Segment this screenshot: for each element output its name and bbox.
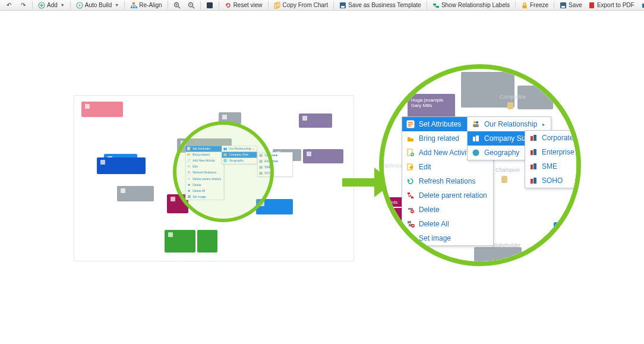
zoomout-button[interactable]	[185, 1, 198, 10]
menu-item-label: SME	[542, 162, 557, 171]
add-button[interactable]: Add▼	[35, 1, 68, 10]
relationship-icon: 👥	[223, 147, 227, 151]
pdf-icon	[588, 2, 595, 9]
chart-node[interactable]	[299, 113, 332, 128]
toolbar-separator	[219, 1, 219, 10]
chevron-down-icon: ▼	[115, 3, 119, 7]
submenu-size-enterprise[interactable]: Enterprise	[525, 145, 580, 159]
chart-node[interactable]	[256, 199, 293, 214]
chevron-down-icon: ▼	[61, 3, 65, 7]
delete-all-icon	[406, 220, 415, 228]
svg-point-34	[409, 236, 410, 238]
showrel-button[interactable]: Show Relationship Labels	[430, 1, 513, 10]
svg-rect-46	[533, 163, 536, 169]
toolbar-right-group: Export to PDF Export i Legend	[585, 1, 644, 10]
thumb-menu-item: 👥Our Relationship▸	[222, 146, 257, 152]
submenu-size-corporate[interactable]: Corporate	[525, 131, 580, 145]
thumb-submenu-1: 👥Our Relationship▸ 🏢Company Size 🌐Geogra…	[222, 146, 257, 164]
zoom-out-icon	[188, 2, 195, 9]
svg-rect-41	[531, 136, 533, 141]
freeze-button[interactable]: Freeze	[518, 1, 551, 10]
building-icon	[529, 148, 538, 156]
menu-set-image[interactable]: Set image	[402, 231, 493, 245]
fit-screen-icon	[206, 2, 213, 9]
thumb-menu-item: 📄Add New Activity	[185, 158, 223, 164]
bring-icon: 📂	[187, 153, 191, 157]
svg-rect-26	[408, 192, 410, 194]
toolbar-separator	[200, 1, 201, 10]
toolbar-separator	[515, 1, 516, 10]
chart-node[interactable]	[117, 186, 154, 201]
copyfromchart-button[interactable]: Copy From Chart	[271, 1, 332, 10]
menu-item-label: Set Attributes	[419, 120, 461, 128]
person-icon	[501, 176, 507, 183]
building-icon	[529, 134, 538, 142]
chart-node[interactable]	[219, 112, 241, 124]
chart-node[interactable]	[303, 149, 343, 163]
menu-item-label: Add New Activity	[419, 149, 472, 157]
menu-delete-parent[interactable]: Delete parent relation	[402, 188, 493, 203]
thumb-menu-item: 🏢Enterprise	[257, 159, 292, 165]
card-icon	[181, 141, 185, 146]
svg-rect-12	[341, 6, 345, 8]
globe-icon: 🌐	[223, 159, 227, 163]
menu-delete[interactable]: Delete	[402, 203, 493, 217]
toolbar-separator	[554, 1, 554, 10]
menu-edit[interactable]: Edit	[402, 160, 493, 174]
realign-button[interactable]: Re-Align	[127, 1, 165, 10]
exportpdf-label: Export to PDF	[597, 2, 634, 8]
redo-button[interactable]: ↷	[17, 1, 30, 10]
thumb-context-menu: 📝Set Attributes 📂Bring related 📄Add New …	[185, 146, 224, 200]
menu-refresh-relations[interactable]: Refresh Relations	[402, 174, 493, 188]
building-icon	[529, 176, 538, 185]
submenu-size-sme[interactable]: SME	[525, 159, 580, 173]
chart-thumbnail-panel: 📝Set Attributes 📂Bring related 📄Add New …	[74, 95, 354, 261]
undo-button[interactable]: ↶	[2, 1, 15, 10]
chart-node[interactable]	[197, 230, 217, 253]
autobuild-button[interactable]: Auto Build▼	[73, 1, 122, 10]
main-toolbar: ↶ ↷ Add▼ Auto Build▼ Re-Align Reset view	[0, 0, 644, 11]
chart-node[interactable]	[81, 102, 123, 117]
exportpdf-button[interactable]: Export to PDF	[585, 1, 637, 10]
canvas-area[interactable]: 📝Set Attributes 📂Bring related 📄Add New …	[0, 11, 644, 344]
export-button[interactable]: Export	[639, 1, 644, 10]
image-icon	[406, 234, 415, 242]
svg-rect-45	[531, 165, 533, 169]
thumb-menu-item: ✎Edit	[185, 164, 223, 170]
save-button[interactable]: Save	[557, 1, 585, 10]
delete-parent-icon: ✂	[187, 177, 191, 181]
bg-node-label: Initial latenee	[384, 210, 399, 221]
submenu-our-relationship[interactable]: Our Relationship▸	[468, 117, 551, 131]
refresh-icon: ↻	[187, 171, 191, 175]
copyfromchart-label: Copy From Chart	[283, 2, 329, 8]
svg-rect-3	[131, 7, 132, 8]
resetview-label: Reset view	[233, 2, 263, 8]
chart-node[interactable]	[165, 230, 195, 253]
bg-node-label: Competitor	[500, 94, 526, 100]
zoom-detail-circle: Huga (exampleGary Mills Technical Bu Com…	[379, 64, 581, 266]
menu-item-label: Edit	[419, 163, 431, 171]
card-icon	[260, 201, 264, 206]
thumb-menu-item: 🌐Geography	[222, 158, 257, 164]
svg-rect-39	[476, 135, 479, 141]
person-icon	[507, 102, 513, 109]
orgchart-icon	[130, 2, 137, 9]
menu-delete-all[interactable]: Delete All	[402, 217, 493, 231]
export-icon	[642, 2, 644, 9]
savetemplate-button[interactable]: Save as Business Template	[336, 1, 424, 10]
context-submenu-company-size: Corporate Enterprise SME SOHO	[525, 130, 581, 188]
svg-rect-8	[207, 2, 213, 8]
svg-rect-43	[531, 150, 533, 155]
fit-button[interactable]	[203, 1, 216, 10]
resetview-button[interactable]: Reset view	[222, 1, 266, 10]
menu-item-label: Enterprise	[542, 148, 574, 156]
submenu-size-soho[interactable]: SOHO	[525, 173, 580, 188]
menu-item-label: Refresh Relations	[419, 177, 475, 185]
freeze-label: Freeze	[530, 2, 548, 8]
zoomin-button[interactable]	[171, 1, 184, 10]
building-icon: 🏢	[259, 172, 263, 175]
toolbar-left-group: ↶ ↷ Add▼ Auto Build▼ Re-Align Reset view	[2, 1, 585, 10]
toolbar-separator	[70, 1, 71, 10]
toolbar-separator	[168, 1, 168, 10]
chart-node[interactable]	[97, 157, 146, 174]
